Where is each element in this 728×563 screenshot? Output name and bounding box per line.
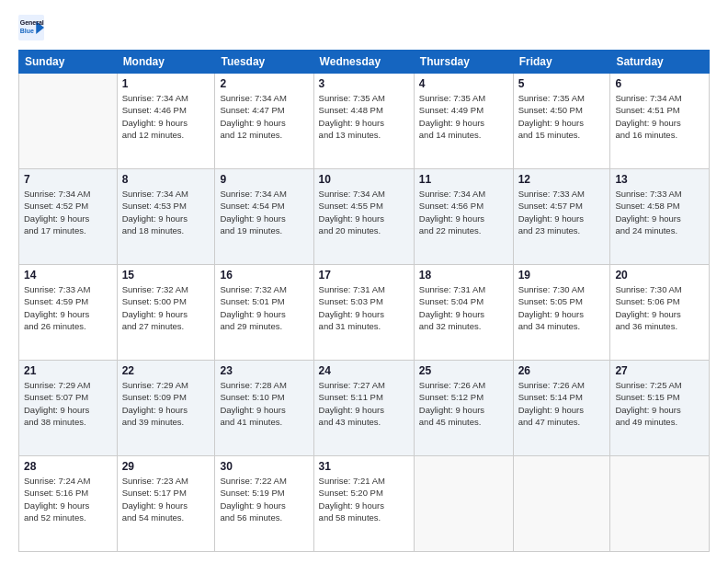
day-number: 3 <box>319 77 409 90</box>
calendar-cell: 13Sunrise: 7:33 AM Sunset: 4:58 PM Dayli… <box>610 169 710 265</box>
calendar-header-row: SundayMondayTuesdayWednesdayThursdayFrid… <box>19 51 710 74</box>
day-number: 16 <box>220 269 308 282</box>
calendar-cell: 1Sunrise: 7:34 AM Sunset: 4:46 PM Daylig… <box>117 74 215 169</box>
day-info: Sunrise: 7:34 AM Sunset: 4:56 PM Dayligh… <box>419 188 508 236</box>
calendar-cell: 8Sunrise: 7:34 AM Sunset: 4:53 PM Daylig… <box>117 169 215 265</box>
day-number: 29 <box>122 460 210 473</box>
calendar-cell: 21Sunrise: 7:29 AM Sunset: 5:07 PM Dayli… <box>19 361 118 456</box>
calendar-cell: 28Sunrise: 7:24 AM Sunset: 5:16 PM Dayli… <box>19 456 118 552</box>
svg-text:Blue: Blue <box>20 28 34 34</box>
day-info: Sunrise: 7:21 AM Sunset: 5:20 PM Dayligh… <box>319 475 409 523</box>
day-number: 21 <box>24 364 112 377</box>
day-number: 27 <box>615 364 704 377</box>
day-info: Sunrise: 7:35 AM Sunset: 4:50 PM Dayligh… <box>518 92 606 141</box>
calendar-cell: 10Sunrise: 7:34 AM Sunset: 4:55 PM Dayli… <box>313 169 414 265</box>
day-number: 14 <box>24 269 112 282</box>
calendar-week-row: 7Sunrise: 7:34 AM Sunset: 4:52 PM Daylig… <box>19 169 710 265</box>
calendar-cell: 14Sunrise: 7:33 AM Sunset: 4:59 PM Dayli… <box>19 265 118 361</box>
day-number: 30 <box>220 460 308 473</box>
day-info: Sunrise: 7:34 AM Sunset: 4:54 PM Dayligh… <box>220 188 308 236</box>
calendar-cell: 24Sunrise: 7:27 AM Sunset: 5:11 PM Dayli… <box>313 361 414 456</box>
day-info: Sunrise: 7:29 AM Sunset: 5:07 PM Dayligh… <box>24 379 112 428</box>
calendar-cell: 27Sunrise: 7:25 AM Sunset: 5:15 PM Dayli… <box>610 361 710 456</box>
day-info: Sunrise: 7:29 AM Sunset: 5:09 PM Dayligh… <box>122 379 210 428</box>
weekday-header-cell: Saturday <box>610 51 710 74</box>
page: General Blue SundayMondayTuesdayWednesda… <box>0 0 728 563</box>
calendar-week-row: 28Sunrise: 7:24 AM Sunset: 5:16 PM Dayli… <box>19 456 710 552</box>
day-number: 7 <box>24 173 112 186</box>
calendar-cell: 26Sunrise: 7:26 AM Sunset: 5:14 PM Dayli… <box>513 361 610 456</box>
day-number: 25 <box>419 364 508 377</box>
day-info: Sunrise: 7:22 AM Sunset: 5:19 PM Dayligh… <box>220 475 308 523</box>
day-number: 13 <box>615 173 704 186</box>
calendar-cell: 17Sunrise: 7:31 AM Sunset: 5:03 PM Dayli… <box>313 265 414 361</box>
day-number: 2 <box>220 77 308 90</box>
calendar-week-row: 21Sunrise: 7:29 AM Sunset: 5:07 PM Dayli… <box>19 361 710 456</box>
calendar-cell: 4Sunrise: 7:35 AM Sunset: 4:49 PM Daylig… <box>414 74 513 169</box>
day-info: Sunrise: 7:32 AM Sunset: 5:00 PM Dayligh… <box>122 283 210 332</box>
day-info: Sunrise: 7:34 AM Sunset: 4:51 PM Dayligh… <box>615 92 704 141</box>
day-info: Sunrise: 7:30 AM Sunset: 5:06 PM Dayligh… <box>615 283 704 332</box>
day-number: 31 <box>319 460 409 473</box>
day-info: Sunrise: 7:23 AM Sunset: 5:17 PM Dayligh… <box>122 475 210 523</box>
calendar-cell: 2Sunrise: 7:34 AM Sunset: 4:47 PM Daylig… <box>215 74 313 169</box>
day-number: 9 <box>220 173 308 186</box>
calendar-cell: 12Sunrise: 7:33 AM Sunset: 4:57 PM Dayli… <box>513 169 610 265</box>
day-info: Sunrise: 7:26 AM Sunset: 5:14 PM Dayligh… <box>518 379 606 428</box>
calendar-cell <box>19 74 118 169</box>
day-info: Sunrise: 7:35 AM Sunset: 4:49 PM Dayligh… <box>419 92 508 141</box>
weekday-header-cell: Sunday <box>19 51 118 74</box>
calendar-cell: 30Sunrise: 7:22 AM Sunset: 5:19 PM Dayli… <box>215 456 313 552</box>
day-info: Sunrise: 7:34 AM Sunset: 4:47 PM Dayligh… <box>220 92 308 141</box>
day-info: Sunrise: 7:34 AM Sunset: 4:52 PM Dayligh… <box>24 188 112 236</box>
calendar-cell <box>513 456 610 552</box>
logo-icon: General Blue <box>18 15 44 40</box>
calendar-cell: 9Sunrise: 7:34 AM Sunset: 4:54 PM Daylig… <box>215 169 313 265</box>
calendar-cell: 29Sunrise: 7:23 AM Sunset: 5:17 PM Dayli… <box>117 456 215 552</box>
day-number: 18 <box>419 269 508 282</box>
day-info: Sunrise: 7:24 AM Sunset: 5:16 PM Dayligh… <box>24 475 112 523</box>
day-number: 12 <box>518 173 606 186</box>
day-number: 5 <box>518 77 606 90</box>
calendar-week-row: 14Sunrise: 7:33 AM Sunset: 4:59 PM Dayli… <box>19 265 710 361</box>
weekday-header-cell: Tuesday <box>215 51 313 74</box>
day-number: 10 <box>319 173 409 186</box>
calendar-cell: 19Sunrise: 7:30 AM Sunset: 5:05 PM Dayli… <box>513 265 610 361</box>
day-number: 11 <box>419 173 508 186</box>
day-number: 24 <box>319 364 409 377</box>
calendar-cell: 5Sunrise: 7:35 AM Sunset: 4:50 PM Daylig… <box>513 74 610 169</box>
day-info: Sunrise: 7:26 AM Sunset: 5:12 PM Dayligh… <box>419 379 508 428</box>
day-number: 26 <box>518 364 606 377</box>
day-number: 8 <box>122 173 210 186</box>
calendar-cell: 3Sunrise: 7:35 AM Sunset: 4:48 PM Daylig… <box>313 74 414 169</box>
header: General Blue <box>18 15 710 40</box>
day-number: 19 <box>518 269 606 282</box>
day-info: Sunrise: 7:33 AM Sunset: 4:57 PM Dayligh… <box>518 188 606 236</box>
calendar-cell: 31Sunrise: 7:21 AM Sunset: 5:20 PM Dayli… <box>313 456 414 552</box>
calendar-cell: 6Sunrise: 7:34 AM Sunset: 4:51 PM Daylig… <box>610 74 710 169</box>
calendar-body: 1Sunrise: 7:34 AM Sunset: 4:46 PM Daylig… <box>19 74 710 552</box>
calendar-cell: 25Sunrise: 7:26 AM Sunset: 5:12 PM Dayli… <box>414 361 513 456</box>
calendar-cell: 7Sunrise: 7:34 AM Sunset: 4:52 PM Daylig… <box>19 169 118 265</box>
calendar-cell: 20Sunrise: 7:30 AM Sunset: 5:06 PM Dayli… <box>610 265 710 361</box>
day-info: Sunrise: 7:35 AM Sunset: 4:48 PM Dayligh… <box>319 92 409 141</box>
day-info: Sunrise: 7:32 AM Sunset: 5:01 PM Dayligh… <box>220 283 308 332</box>
day-info: Sunrise: 7:28 AM Sunset: 5:10 PM Dayligh… <box>220 379 308 428</box>
day-info: Sunrise: 7:34 AM Sunset: 4:53 PM Dayligh… <box>122 188 210 236</box>
calendar-cell: 11Sunrise: 7:34 AM Sunset: 4:56 PM Dayli… <box>414 169 513 265</box>
day-number: 6 <box>615 77 704 90</box>
weekday-header-cell: Monday <box>117 51 215 74</box>
day-info: Sunrise: 7:33 AM Sunset: 4:59 PM Dayligh… <box>24 283 112 332</box>
day-number: 15 <box>122 269 210 282</box>
calendar-cell <box>414 456 513 552</box>
day-info: Sunrise: 7:27 AM Sunset: 5:11 PM Dayligh… <box>319 379 409 428</box>
weekday-header-cell: Friday <box>513 51 610 74</box>
calendar-cell: 23Sunrise: 7:28 AM Sunset: 5:10 PM Dayli… <box>215 361 313 456</box>
day-number: 28 <box>24 460 112 473</box>
calendar-cell: 18Sunrise: 7:31 AM Sunset: 5:04 PM Dayli… <box>414 265 513 361</box>
day-info: Sunrise: 7:33 AM Sunset: 4:58 PM Dayligh… <box>615 188 704 236</box>
day-info: Sunrise: 7:31 AM Sunset: 5:04 PM Dayligh… <box>419 283 508 332</box>
calendar-cell: 15Sunrise: 7:32 AM Sunset: 5:00 PM Dayli… <box>117 265 215 361</box>
day-number: 4 <box>419 77 508 90</box>
calendar-table: SundayMondayTuesdayWednesdayThursdayFrid… <box>18 50 710 552</box>
